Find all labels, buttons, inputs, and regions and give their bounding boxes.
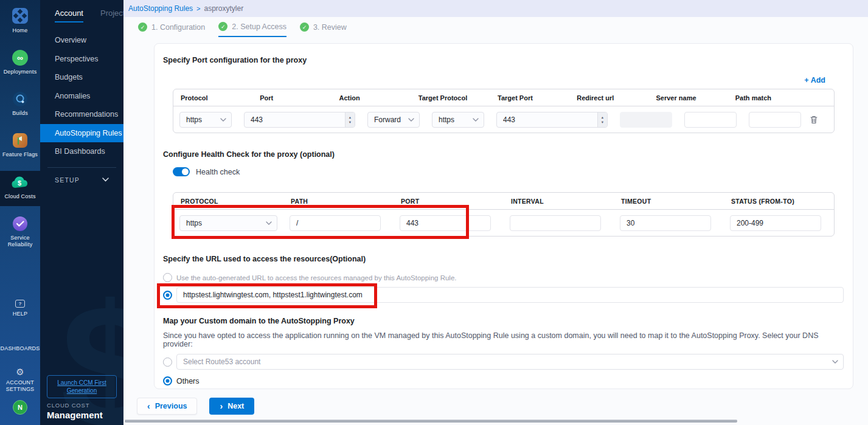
rail-item-account-settings[interactable]: ⚙ ACCOUNT SETTINGS	[0, 367, 40, 393]
route53-account-select[interactable]: Select Route53 account	[176, 354, 844, 370]
auto-url-radio[interactable]	[163, 273, 172, 282]
tab-account[interactable]: Account	[55, 9, 83, 22]
sidebar-item-anomalies[interactable]: Anomalies	[40, 87, 123, 106]
step-setup-access[interactable]: ✓ 2. Setup Access	[218, 22, 286, 37]
user-avatar[interactable]: N	[13, 400, 27, 415]
chevron-left-icon: ‹	[147, 401, 150, 411]
health-check-toggle[interactable]	[173, 167, 190, 176]
rail-item-label: DASHBOARDS	[0, 345, 40, 352]
add-label: Add	[811, 76, 825, 85]
rail-item-label: HELP	[13, 311, 27, 317]
horizontal-scrollbar[interactable]	[125, 420, 737, 423]
col-protocol: Protocol	[173, 94, 252, 102]
rail-item-home[interactable]: Home	[0, 7, 40, 34]
help-icon: ?	[15, 300, 25, 308]
tab-project[interactable]: Project	[100, 9, 123, 22]
hc-path-input[interactable]	[290, 215, 381, 231]
col-hc-timeout: TIMEOUT	[614, 198, 724, 205]
path-match-input[interactable]	[749, 112, 801, 128]
caret-up-icon: ▴	[602, 115, 603, 119]
previous-button[interactable]: ‹ Previous	[137, 398, 197, 415]
route53-select-placeholder: Select Route53 account	[183, 358, 260, 366]
sidebar-item-overview[interactable]: Overview	[40, 31, 123, 50]
custom-url-radio[interactable]	[163, 291, 172, 300]
custom-url-input[interactable]	[176, 287, 844, 303]
chevron-down-icon	[408, 118, 414, 122]
rail-item-feature-flags[interactable]: Feature Flags	[0, 133, 40, 158]
col-hc-path: PATH	[283, 198, 394, 205]
add-row: + Add	[163, 74, 844, 88]
others-radio[interactable]	[163, 376, 172, 385]
service-reliability-icon	[12, 216, 28, 232]
sidebar-item-bi-dashboards[interactable]: BI Dashboards	[40, 142, 123, 161]
wizard-steps: ✓ 1. Configuration ✓ 2. Setup Access ✓ 3…	[138, 22, 347, 37]
next-button[interactable]: › Next	[209, 398, 254, 415]
wizard-footer: ‹ Previous › Next	[137, 398, 254, 415]
deployments-icon: ∞	[12, 50, 28, 66]
caret-up-icon: ▴	[349, 115, 351, 119]
col-hc-port: PORT	[394, 198, 504, 205]
hc-status-input[interactable]	[730, 215, 821, 231]
feature-flags-icon	[12, 133, 28, 148]
col-port: Port	[252, 94, 332, 102]
route53-radio[interactable]	[163, 358, 172, 367]
others-option-label: Others	[176, 377, 200, 385]
add-port-config-button[interactable]: + Add	[804, 76, 825, 85]
sidebar-item-autostopping-rules[interactable]: AutoStopping Rules	[40, 124, 123, 143]
protocol-select[interactable]: https	[179, 112, 232, 128]
target-protocol-value: https	[439, 116, 454, 124]
launch-ccm-first-gen-button[interactable]: Launch CCM First Generation	[47, 375, 117, 398]
rail-item-help[interactable]: ? HELP	[0, 300, 40, 317]
auto-url-option-label: Use the auto-generated URL to access the…	[176, 274, 457, 282]
step-review[interactable]: ✓ 3. Review	[300, 22, 347, 37]
setup-label: SETUP	[55, 176, 80, 184]
port-config-title: Specify Port configuration for the proxy	[163, 56, 844, 64]
number-stepper[interactable]: ▴▾	[597, 112, 607, 127]
hc-interval-input[interactable]	[510, 215, 601, 231]
hc-protocol-select[interactable]: https	[179, 215, 277, 231]
trash-icon[interactable]	[810, 115, 818, 124]
sidebar-item-perspectives[interactable]: Perspectives	[40, 50, 123, 69]
action-select[interactable]: Forward	[367, 112, 420, 128]
next-label: Next	[227, 402, 244, 410]
breadcrumb-autostopping-rules-link[interactable]: AutoStopping Rules	[128, 4, 193, 13]
sidebar-item-recommendations[interactable]: Recommendations	[40, 105, 123, 124]
chevron-down-icon	[266, 221, 272, 225]
target-port-input[interactable]	[497, 112, 597, 127]
auto-url-option-row: Use the auto-generated URL to access the…	[163, 273, 844, 282]
rail-item-deployments[interactable]: ∞ Deployments	[0, 50, 40, 75]
rail-item-label: Service Reliability	[0, 235, 40, 249]
product-line1: CLOUD COST	[47, 402, 103, 409]
sidebar-setup-toggle[interactable]: SETUP	[40, 168, 123, 184]
chevron-down-icon	[832, 360, 838, 364]
others-option-row: Others	[163, 376, 844, 385]
port-input[interactable]	[245, 112, 345, 127]
rail-item-service-reliability[interactable]: Service Reliability	[0, 216, 40, 249]
step-configuration[interactable]: ✓ 1. Configuration	[138, 22, 205, 37]
caret-down-icon: ▾	[349, 120, 351, 124]
health-check-row: https	[173, 210, 834, 236]
col-server-name: Server name	[649, 94, 728, 102]
check-icon: ✓	[300, 22, 309, 32]
rail-item-cloud-costs[interactable]: $ Cloud Costs	[0, 171, 40, 206]
chevron-down-icon	[473, 118, 479, 122]
autostopping-setup-page: Home ∞ Deployments Builds Feature Flags …	[0, 0, 868, 425]
check-icon: ✓	[138, 22, 147, 32]
server-name-input[interactable]	[684, 112, 737, 128]
protocol-value: https	[186, 116, 202, 124]
hc-timeout-input[interactable]	[620, 215, 711, 231]
rail-item-label: Feature Flags	[2, 151, 38, 158]
step-label: 3. Review	[313, 23, 347, 32]
port-config-row: https ▴▾ Forward https ▴▾	[173, 106, 834, 133]
rail-item-builds[interactable]: Builds	[0, 91, 40, 117]
breadcrumb: AutoStopping Rules > asproxytyler	[123, 0, 868, 17]
number-stepper[interactable]: ▴▾	[345, 112, 355, 127]
dollar-watermark: $	[61, 265, 123, 425]
rail-item-dashboards[interactable]: DASHBOARDS	[0, 333, 40, 352]
sidebar-item-budgets[interactable]: Budgets	[40, 68, 123, 87]
hc-port-input[interactable]	[400, 215, 491, 231]
gear-icon: ⚙	[16, 367, 24, 376]
check-icon: ✓	[218, 22, 227, 31]
health-check-table-wrap: PROTOCOL PATH PORT INTERVAL TIMEOUT STAT…	[163, 192, 844, 237]
target-protocol-select[interactable]: https	[432, 112, 484, 128]
